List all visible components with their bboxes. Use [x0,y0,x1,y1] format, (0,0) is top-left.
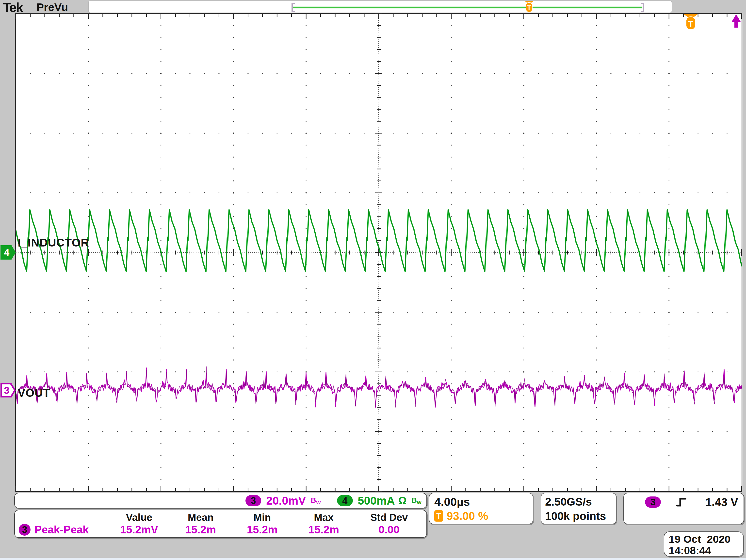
measurement-name: Peak-Peak [34,524,108,536]
ch3-flag-number: 3 [0,383,13,397]
ch4-flag-number: 4 [0,245,13,259]
ch3-trace-label: VOUT [18,386,50,399]
svg-text:T: T [688,19,693,29]
col-header-value: Value [108,512,170,523]
time-value: 14:08:44 [669,545,743,556]
record-view[interactable] [88,0,672,13]
record-trigger-marker[interactable]: T [524,1,535,12]
sample-rate-value: 2.50GS/s [545,495,616,509]
graticule: T I_INDUCTOR VOUT [16,14,742,491]
ch4-position-flag[interactable]: 4 [0,245,16,259]
trigger-source-badge: 3 [645,497,661,508]
ch3-scale-value: 20.0mV [266,494,306,507]
timebase-value: 4.00µs [434,495,533,509]
ch4-impedance: Ω [398,495,407,507]
acquisition-status: PreVu [36,1,68,14]
measurement-value: 15.2mV [108,524,170,536]
record-length-value: 100k points [545,509,616,523]
acquisition-readout[interactable]: 2.50GS/s 100k points [541,493,616,524]
trigger-position-flag[interactable]: T [684,14,698,30]
col-header-stddev: Std Dev [354,512,424,523]
col-header-mean: Mean [170,512,231,523]
ch3-position-flag[interactable]: 3 [0,383,16,397]
ch4-bandwidth-limit-icon: BW [411,497,422,505]
horizontal-readout[interactable]: 4.00µs T 93.00 % [429,493,533,524]
waveform-plot: T [16,14,742,491]
ch4-trace-label: I_INDUCTOR [18,236,89,249]
measurement-row: 3 Peak-Peak 15.2mV 15.2m 15.2m 15.2m 0.0… [15,523,426,536]
screen-bottom-edge [0,558,746,560]
ch3-trigger-level-offscreen-arrow[interactable] [732,14,741,28]
channel-scale-readout[interactable]: 3 20.0mV BW 4 500mA Ω BW [14,493,427,508]
ch3-badge: 3 [246,495,261,506]
trigger-level-value: 1.43 V [706,496,738,509]
datetime-box: 19 Oct 2020 14:08:44 [664,531,744,557]
bw-b: B [411,496,417,504]
record-view-waveform-line [293,7,642,8]
trigger-marker-letter: T [527,4,531,11]
measurement-min: 15.2m [231,524,293,536]
date-value: 19 Oct 2020 [669,533,743,545]
record-window-end-bracket [641,3,644,12]
trigger-readout[interactable]: 3 1.43 V [623,493,744,524]
bw-w: W [417,500,422,505]
measurement-mean: 15.2m [170,524,231,536]
measurement-header-row: Value Mean Min Max Std Dev [108,512,426,523]
bw-w: W [316,500,321,505]
oscilloscope-screen: Tek PreVu T T I_INDUCTOR VOUT 4 3 3 20.0… [0,0,746,560]
measurement-max: 15.2m [293,524,354,536]
col-header-max: Max [293,512,354,523]
measurement-stddev: 0.00 [354,524,424,536]
ch4-scale-value: 500mA [358,494,395,507]
bw-b: B [311,496,316,504]
record-window-start-bracket [291,3,295,12]
measurement-channel-badge: 3 [19,524,31,536]
trigger-t-icon: T [434,510,443,522]
trigger-position-value: 93.00 % [447,509,488,523]
rising-edge-icon [676,496,686,508]
tek-logo: Tek [3,0,23,15]
measurement-table[interactable]: Value Mean Min Max Std Dev 3 Peak-Peak 1… [14,510,427,538]
ch3-bandwidth-limit-icon: BW [311,497,321,505]
col-header-min: Min [231,512,293,523]
ch4-badge: 4 [337,495,353,506]
